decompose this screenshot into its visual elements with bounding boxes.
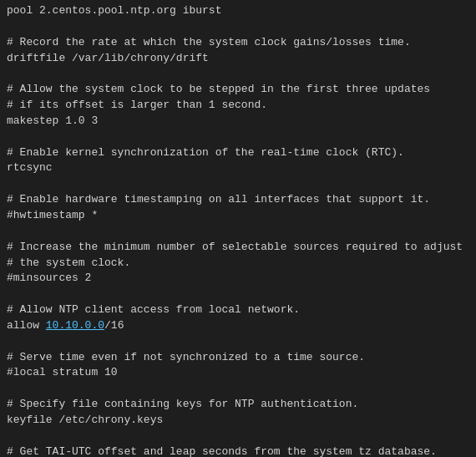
line-5 [7, 66, 469, 82]
line-21: allow 10.10.0.0/16 [7, 318, 469, 334]
line-8: makestep 1.0 3 [7, 114, 469, 129]
line-23: # Serve time even if not synchronized to… [7, 350, 469, 366]
line-25 [7, 381, 469, 397]
allow-directive: allow [7, 319, 46, 332]
line-1: pool 2.centos.pool.ntp.org iburst [7, 3, 469, 19]
line-19 [7, 287, 469, 302]
ip-address[interactable]: 10.10.0.0 [46, 319, 104, 332]
line-4: driftfile /var/lib/chrony/drift [7, 51, 469, 67]
line-22 [7, 334, 469, 350]
line-15 [7, 224, 469, 240]
line-11: rtcsync [7, 160, 469, 176]
line-9 [7, 129, 469, 145]
line-26: # Specify file containing keys for NTP a… [7, 397, 469, 413]
line-3: # Record the rate at which the system cl… [7, 35, 469, 51]
line-17: # the system clock. [7, 256, 469, 272]
line-24: #local stratum 10 [7, 365, 469, 381]
line-20: # Allow NTP client access from local net… [7, 302, 469, 318]
cidr-suffix: /16 [104, 319, 124, 332]
line-29: # Get TAI-UTC offset and leap seconds fr… [7, 444, 469, 457]
line-28 [7, 429, 469, 444]
line-6: # Allow the system clock to be stepped i… [7, 82, 469, 98]
line-27: keyfile /etc/chrony.keys [7, 413, 469, 429]
line-13: # Enable hardware timestamping on all in… [7, 192, 469, 208]
line-18: #minsources 2 [7, 271, 469, 287]
line-12 [7, 176, 469, 192]
line-10: # Enable kernel synchronization of the r… [7, 145, 469, 161]
line-14: #hwtimestamp * [7, 208, 469, 224]
line-2 [7, 19, 469, 35]
code-editor: pool 2.centos.pool.ntp.org iburst # Reco… [0, 0, 476, 457]
line-7: # if its offset is larger than 1 second. [7, 98, 469, 114]
line-16: # Increase the minimum number of selecta… [7, 240, 469, 256]
